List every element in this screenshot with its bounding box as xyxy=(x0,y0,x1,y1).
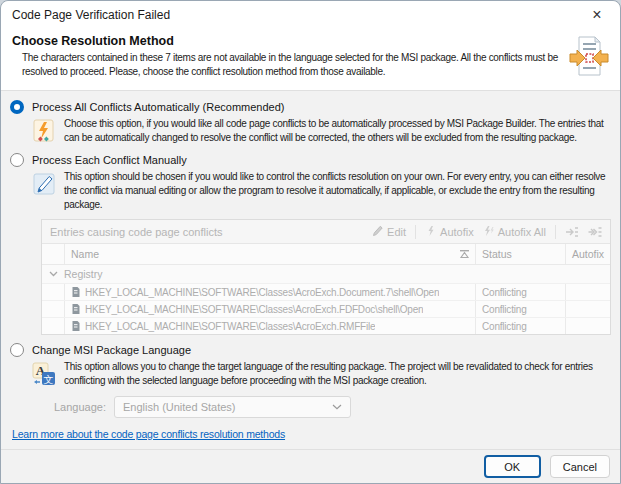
autofix-all-icon xyxy=(483,225,495,239)
registry-path: HKEY_LOCAL_MACHINE\SOFTWARE\Classes\Acro… xyxy=(85,304,423,315)
option-3-description-block: A 文 This option allows you to change the… xyxy=(31,360,607,389)
chevron-down-icon[interactable] xyxy=(42,271,64,277)
option-2-description-block: This option should be chosen if you woul… xyxy=(31,170,607,212)
autofix-all-button[interactable]: Autofix All xyxy=(481,224,548,240)
table-row[interactable]: HKEY_LOCAL_MACHINE\SOFTWARE\Classes\Acro… xyxy=(42,317,610,334)
cancel-button[interactable]: Cancel xyxy=(550,455,610,478)
toolbar-separator xyxy=(415,225,416,239)
dialog-header: Choose Resolution Method The characters … xyxy=(1,29,620,91)
dialog-body: Process All Conflicts Automatically (Rec… xyxy=(1,91,620,449)
header-description: The characters contained in these 7 item… xyxy=(22,51,562,79)
edit-button[interactable]: Edit xyxy=(370,224,408,240)
code-page-verification-dialog: Code Page Verification Failed × Choose R… xyxy=(0,0,621,484)
conflicts-toolbar: Edit Autofix Autofix All xyxy=(370,224,604,240)
autofix-value xyxy=(565,284,610,300)
radio-process-each-manually[interactable] xyxy=(10,153,24,167)
column-header-status[interactable]: Status xyxy=(475,244,565,264)
registry-key-icon xyxy=(71,320,81,332)
footer-button-bar: OK Cancel xyxy=(1,449,620,483)
autofix-lightning-icon xyxy=(31,118,57,146)
option-1-description-block: Choose this option, if you would like al… xyxy=(31,117,607,146)
chevron-down-icon xyxy=(332,404,342,410)
svg-text:文: 文 xyxy=(44,374,54,385)
autofix-value xyxy=(565,318,610,334)
option-process-all-automatically[interactable]: Process All Conflicts Automatically (Rec… xyxy=(10,100,611,114)
translate-language-icon: A 文 xyxy=(31,361,57,389)
radio-change-msi-language[interactable] xyxy=(10,343,24,357)
autofix-button[interactable]: Autofix xyxy=(423,224,476,240)
edit-pencil-icon xyxy=(31,171,57,199)
option-label: Process Each Conflict Manually xyxy=(32,154,187,166)
option-label: Process All Conflicts Automatically (Rec… xyxy=(32,101,284,113)
language-label: Language: xyxy=(54,401,106,413)
learn-more-link[interactable]: Learn more about the code page conflicts… xyxy=(12,428,285,440)
registry-path: HKEY_LOCAL_MACHINE\SOFTWARE\Classes\Acro… xyxy=(85,287,439,298)
language-row: Language: English (United States) xyxy=(54,396,611,418)
conflicts-panel: Entries causing code page conflicts Edit xyxy=(41,219,611,335)
conflicts-panel-header: Entries causing code page conflicts Edit xyxy=(42,220,610,244)
status-value: Conflicting xyxy=(475,284,565,300)
option-change-msi-language[interactable]: Change MSI Package Language xyxy=(10,343,611,357)
group-label: Registry xyxy=(64,268,103,280)
column-header-name[interactable]: Name xyxy=(64,244,475,264)
registry-key-icon xyxy=(71,303,81,315)
option-description: This option allows you to change the tar… xyxy=(64,360,607,388)
titlebar: Code Page Verification Failed × xyxy=(1,1,620,29)
conflicts-panel-title: Entries causing code page conflicts xyxy=(50,226,222,238)
option-description: Choose this option, if you would like al… xyxy=(64,117,607,145)
autofix-icon xyxy=(425,225,437,239)
code-page-conflict-icon xyxy=(569,34,609,82)
column-header-autofix[interactable]: Autofix xyxy=(565,244,610,264)
toolbar-separator xyxy=(555,225,556,239)
exclude-entry-icon[interactable] xyxy=(563,225,581,239)
close-icon[interactable]: × xyxy=(574,1,620,29)
status-value: Conflicting xyxy=(475,318,565,334)
option-process-each-manually[interactable]: Process Each Conflict Manually xyxy=(10,153,611,167)
registry-path: HKEY_LOCAL_MACHINE\SOFTWARE\Classes\Acro… xyxy=(85,321,375,332)
sort-ascending-icon xyxy=(459,249,470,259)
status-value: Conflicting xyxy=(475,301,565,317)
radio-process-all-automatically[interactable] xyxy=(10,100,24,114)
table-row[interactable]: HKEY_LOCAL_MACHINE\SOFTWARE\Classes\Acro… xyxy=(42,283,610,300)
exclude-all-icon[interactable] xyxy=(586,225,604,239)
option-description: This option should be chosen if you woul… xyxy=(64,170,607,212)
expand-column-header xyxy=(42,244,64,264)
edit-pencil-icon xyxy=(372,225,384,239)
autofix-value xyxy=(565,301,610,317)
table-row[interactable]: HKEY_LOCAL_MACHINE\SOFTWARE\Classes\Acro… xyxy=(42,300,610,317)
registry-key-icon xyxy=(71,286,81,298)
language-dropdown[interactable]: English (United States) xyxy=(114,396,351,418)
page-title: Choose Resolution Method xyxy=(12,34,566,48)
option-label: Change MSI Package Language xyxy=(32,344,191,356)
language-selected-value: English (United States) xyxy=(123,401,236,413)
group-row-registry[interactable]: Registry xyxy=(42,265,610,283)
ok-button[interactable]: OK xyxy=(484,455,541,478)
window-title: Code Page Verification Failed xyxy=(12,8,170,22)
table-header: Name Status Autofix xyxy=(42,244,610,265)
